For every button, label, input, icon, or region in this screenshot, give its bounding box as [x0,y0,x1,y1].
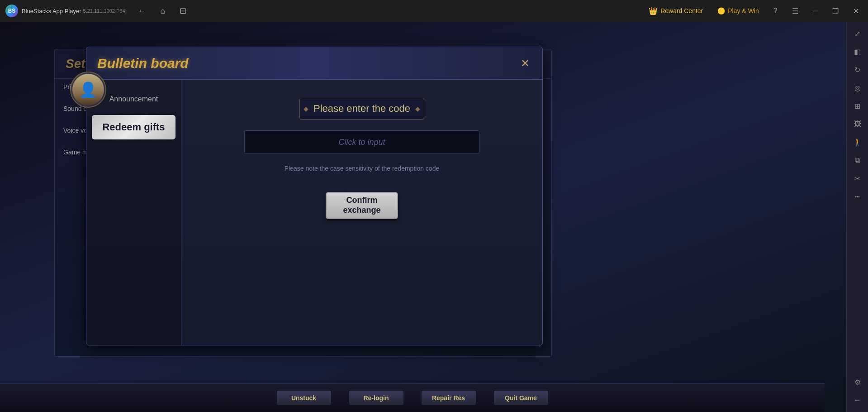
titlebar: BS BlueStacks App Player 5.21.111.1002 P… [0,0,868,22]
layers-icon[interactable]: ⧉ [849,152,866,168]
code-input-field[interactable]: Click to input [244,130,479,154]
home-button[interactable]: ⌂ [157,4,169,18]
code-title-background: Please enter the code [299,98,424,120]
character-avatar: 👤 [70,72,106,108]
repair-res-button[interactable]: Repair Res [422,391,476,405]
refresh-icon[interactable]: ↻ [849,62,866,78]
expand-icon[interactable]: ⤢ [849,25,866,42]
bottom-toolbar: Unstuck Re-login Repair Res Quit Game [0,383,825,412]
bulletin-board: Bulletin board ✕ Announcement Redeem gif… [86,47,543,345]
scissors-icon[interactable]: ✂ [849,170,866,187]
app-name: BlueStacks App Player [22,8,81,14]
bulletin-content: Please enter the code Click to input Ple… [181,80,542,345]
unstuck-label: Unstuck [291,394,316,402]
confirm-btn-line1: Confirm [346,196,378,206]
bulletin-close-button[interactable]: ✕ [517,55,533,72]
avatar-image: 👤 [72,74,104,105]
grid-icon[interactable]: ⊞ [849,98,866,114]
titlebar-nav: ← ⌂ ⊟ [134,4,190,18]
confirm-exchange-button[interactable]: Confirm exchange [326,192,398,219]
camera-icon[interactable]: ◧ [849,43,866,60]
play-win-button[interactable]: 🟡 Play & Win [714,5,762,16]
help-button[interactable]: ? [770,5,781,17]
bulletin-body: Announcement Redeem gifts Please enter t… [86,80,542,345]
unstuck-button[interactable]: Unstuck [277,391,331,405]
avatar-face-icon: 👤 [79,81,97,98]
play-win-label: Play & Win [728,7,759,14]
sidebar-item-redeem-gifts[interactable]: Redeem gifts [92,115,175,139]
right-sidebar: ⤢ ◧ ↻ ◎ ⊞ 🖼 🚶 ⧉ ✂ ••• ⚙ ← [846,22,868,412]
more-icon[interactable]: ••• [849,188,866,205]
arrow-left-icon[interactable]: ← [849,392,866,408]
bulletin-sidebar: Announcement Redeem gifts [86,80,181,345]
quit-game-label: Quit Game [505,394,537,402]
bulletin-title: Bulletin board [97,56,189,71]
code-note-text: Please note the case sensitivity of the … [285,165,439,172]
image-icon[interactable]: 🖼 [849,116,866,132]
restore-button[interactable]: ❐ [829,5,842,17]
game-area: Settings Priority Target Sound effects V… [0,22,846,412]
person-icon[interactable]: 🚶 [849,134,866,150]
close-button[interactable]: ✕ [849,5,863,17]
relogin-label: Re-login [364,394,389,402]
quit-game-button[interactable]: Quit Game [494,391,548,405]
minimize-button[interactable]: ─ [809,5,821,17]
coin-icon: 🟡 [717,7,725,14]
code-input-placeholder: Click to input [338,138,385,147]
back-button[interactable]: ← [134,4,150,18]
settings-gear-icon[interactable]: ⚙ [849,374,866,390]
relogin-button[interactable]: Re-login [349,391,403,405]
logo-text: BS [8,8,16,14]
code-title-text: Please enter the code [313,103,410,114]
bulletin-header: Bulletin board ✕ [86,47,542,80]
app-logo: BS [5,5,18,17]
code-title-container: Please enter the code [299,98,424,120]
locate-icon[interactable]: ◎ [849,80,866,96]
confirm-btn-line2: exchange [343,206,380,216]
titlebar-right: 👑 Reward Center 🟡 Play & Win ? ☰ ─ ❐ ✕ [645,5,863,17]
menu-button[interactable]: ☰ [788,5,802,17]
repair-res-label: Repair Res [432,394,465,402]
reward-center-button[interactable]: 👑 Reward Center [645,5,707,17]
app-version: 5.21.111.1002 P64 [83,8,125,14]
crown-icon: 👑 [649,7,658,15]
bookmark-button[interactable]: ⊟ [176,4,190,18]
reward-center-label: Reward Center [660,7,703,14]
